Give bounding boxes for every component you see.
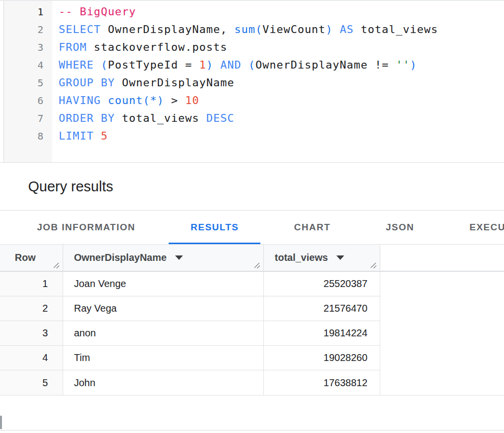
column-label-row: Row	[15, 252, 36, 263]
code-token-plain	[94, 130, 101, 142]
line-number: 4	[4, 56, 52, 74]
cell-ownerdisplayname: Joan Venge	[63, 272, 264, 296]
tab-job-information[interactable]: JOB INFORMATION	[15, 211, 157, 244]
code-token-plain: >	[164, 94, 185, 107]
cell-total-views: 25520387	[264, 272, 380, 296]
code-token-function: count	[108, 94, 143, 107]
cell-total-views: 17638812	[264, 370, 380, 395]
code-token-bracket: )	[206, 59, 213, 71]
sql-editor-panel: 12345678 -- BigQuerySELECT OwnerDisplayN…	[0, 0, 504, 163]
code-token-keyword: ORDER BY	[59, 112, 115, 124]
code-line[interactable]: GROUP BY OwnerDisplayName	[59, 74, 504, 92]
line-number: 2	[4, 21, 52, 38]
page-title: Query results	[28, 179, 113, 195]
code-token-plain: total_views	[354, 23, 438, 36]
code-token-plain: OwnerDisplayName !=	[255, 59, 396, 71]
tab-results[interactable]: RESULTS	[169, 211, 260, 244]
code-token-keyword: LIMIT	[59, 130, 94, 142]
table-row: 1Joan Venge25520387	[0, 272, 380, 296]
code-token-keyword: AS	[340, 23, 354, 36]
code-token-plain	[241, 59, 248, 71]
editor-line-number-gutter: 12345678	[4, 1, 52, 162]
code-token-keyword: FROM	[59, 41, 87, 53]
resize-handle-icon[interactable]	[369, 261, 377, 269]
sort-caret-icon[interactable]	[175, 255, 183, 260]
code-token-plain	[101, 94, 108, 107]
results-tabbar: JOB INFORMATIONRESULTSCHARTJSONEXECUTION…	[0, 211, 504, 245]
scrollbar-thumb[interactable]	[0, 416, 2, 429]
code-token-plain: PostTypeId =	[108, 59, 199, 71]
code-line[interactable]: FROM stackoverflow.posts	[59, 38, 504, 56]
cell-ownerdisplayname: John	[63, 370, 264, 395]
column-header-filler	[380, 245, 504, 271]
table-row: 2Ray Vega21576470	[0, 296, 380, 321]
line-number: 5	[4, 74, 52, 92]
code-token-bracket: (*)	[143, 94, 164, 107]
sql-code-area[interactable]: -- BigQuerySELECT OwnerDisplayName, sum(…	[52, 1, 504, 162]
code-token-keyword: WHERE	[59, 59, 94, 71]
cell-ownerdisplayname: Tim	[63, 346, 264, 370]
code-line[interactable]: WHERE (PostTypeId = 1) AND (OwnerDisplay…	[59, 56, 504, 74]
cell-ownerdisplayname: anon	[63, 321, 264, 345]
footer-spacer	[0, 396, 504, 430]
cell-total-views: 19814224	[264, 321, 380, 345]
tab-json[interactable]: JSON	[364, 211, 436, 244]
code-line[interactable]: HAVING count(*) > 10	[59, 92, 504, 109]
table-row: 4Tim19028260	[0, 346, 380, 370]
cell-total-views: 19028260	[264, 346, 380, 370]
code-line[interactable]: SELECT OwnerDisplayName, sum(ViewCount) …	[59, 21, 504, 38]
column-header-total-views[interactable]: total_views	[264, 245, 380, 271]
code-token-bracket: (	[255, 23, 262, 36]
code-token-plain: OwnerDisplayName	[115, 76, 234, 89]
results-table-body: 1Joan Venge255203872Ray Vega215764703ano…	[0, 272, 380, 395]
cell-total-views: 21576470	[264, 296, 380, 321]
code-token-function: sum	[234, 23, 255, 36]
code-token-keyword: GROUP BY	[59, 76, 115, 89]
code-token-keyword: DESC	[206, 112, 234, 124]
code-token-plain: stackoverflow.posts	[87, 41, 227, 53]
code-token-bracket: (	[101, 59, 108, 71]
code-token-bracket: )	[410, 59, 417, 71]
column-header-row[interactable]: Row	[0, 245, 63, 271]
code-token-number: 5	[101, 130, 108, 142]
code-token-keyword: AND	[220, 59, 242, 71]
cell-ownerdisplayname: Ray Vega	[63, 296, 264, 321]
line-number: 7	[4, 109, 52, 127]
code-token-bracket: )	[325, 23, 332, 36]
code-token-bracket: (	[249, 59, 255, 71]
tab-chart[interactable]: CHART	[272, 211, 352, 244]
code-line[interactable]: -- BigQuery	[59, 3, 504, 21]
line-number: 3	[4, 38, 52, 56]
line-number: 6	[4, 92, 52, 109]
code-line[interactable]: ORDER BY total_views DESC	[59, 109, 504, 127]
code-token-keyword: SELECT	[59, 23, 101, 36]
code-line[interactable]: LIMIT 5	[59, 127, 504, 145]
line-number: 8	[4, 127, 52, 145]
resize-handle-icon[interactable]	[52, 261, 60, 269]
sort-caret-icon[interactable]	[336, 255, 344, 260]
tab-execution-details[interactable]: EXECUTION DETAILS	[448, 211, 504, 244]
code-token-comment: -- BigQuery	[59, 5, 136, 18]
table-row: 5John17638812	[0, 370, 380, 395]
page-bottom-border	[0, 430, 504, 431]
query-results-header: Query results	[0, 163, 504, 211]
cell-row-number: 3	[0, 321, 63, 345]
cell-row-number: 4	[0, 346, 63, 370]
line-number: 1	[4, 3, 52, 21]
code-token-plain	[94, 59, 101, 71]
code-token-number: 10	[185, 94, 199, 107]
code-token-plain	[213, 59, 220, 71]
code-token-number: 1	[199, 59, 206, 71]
column-header-ownerdisplayname[interactable]: OwnerDisplayName	[63, 245, 264, 271]
code-token-string: ''	[396, 59, 410, 71]
code-token-plain	[333, 23, 340, 36]
code-token-plain: ViewCount	[262, 23, 325, 36]
code-token-plain: total_views	[115, 112, 206, 124]
column-label-total-views: total_views	[275, 252, 328, 263]
cell-row-number: 2	[0, 296, 63, 321]
cell-row-number: 5	[0, 370, 63, 395]
results-table: Row OwnerDisplayName total_views 1Joan V…	[0, 245, 504, 396]
code-token-plain: OwnerDisplayName,	[101, 23, 234, 36]
resize-handle-icon[interactable]	[253, 261, 261, 269]
results-table-header: Row OwnerDisplayName total_views	[0, 245, 504, 272]
